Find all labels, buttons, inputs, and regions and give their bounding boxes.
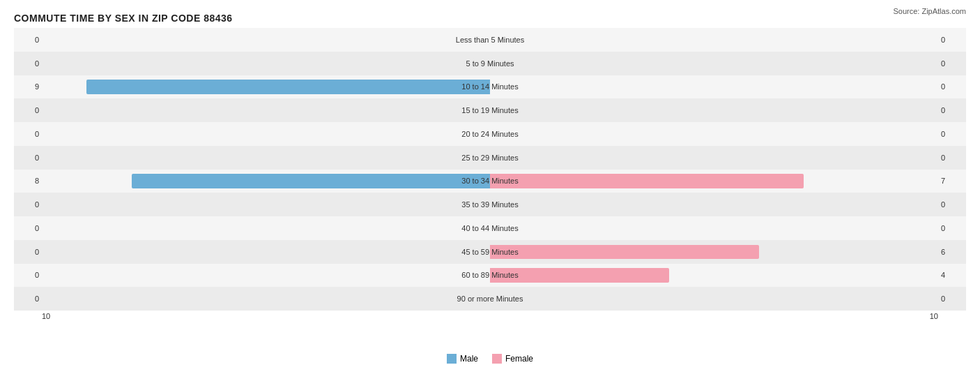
female-bar-wrapper: [490, 292, 938, 306]
chart-row: 0 60 to 89 Minutes 4: [14, 264, 966, 288]
bar-area: 10 to 14 Minutes: [42, 75, 938, 99]
male-bar-wrapper: [42, 245, 490, 259]
female-value: 0: [938, 106, 966, 114]
female-bar-wrapper: [490, 268, 938, 282]
bar-inner: 35 to 39 Minutes: [42, 193, 938, 216]
chart-row: 9 10 to 14 Minutes 0: [14, 75, 966, 99]
female-value: 0: [938, 130, 966, 138]
bar-inner: 5 to 9 Minutes: [42, 52, 938, 75]
chart-row: 0 20 to 24 Minutes 0: [14, 122, 966, 146]
female-value: 0: [938, 59, 966, 68]
bar-inner: 90 or more Minutes: [42, 287, 938, 311]
male-value: 0: [14, 200, 42, 209]
bar-area: Less than 5 Minutes: [42, 28, 938, 52]
bar-inner: 45 to 59 Minutes: [42, 240, 938, 264]
female-bar-wrapper: [490, 33, 938, 47]
male-bar-wrapper: [42, 103, 490, 117]
female-value: 0: [938, 295, 966, 303]
male-bar-wrapper: [42, 174, 490, 188]
male-value: 0: [14, 36, 42, 44]
chart-title: COMMUTE TIME BY SEX IN ZIP CODE 88436: [14, 13, 966, 24]
axis-right: 10: [930, 312, 938, 320]
female-bar: [490, 268, 669, 282]
chart-container: COMMUTE TIME BY SEX IN ZIP CODE 88436 So…: [0, 0, 980, 365]
female-value: 0: [938, 154, 966, 162]
male-value: 9: [14, 82, 42, 91]
chart-row: 0 25 to 29 Minutes 0: [14, 146, 966, 170]
legend: Male Female: [447, 354, 533, 364]
female-bar: [490, 245, 759, 259]
male-value: 0: [14, 271, 42, 279]
axis-labels: 10 10: [14, 312, 966, 320]
chart-row: 0 5 to 9 Minutes 0: [14, 52, 966, 75]
male-value: 0: [14, 295, 42, 303]
female-value: 0: [938, 36, 966, 44]
bar-inner: 15 to 19 Minutes: [42, 98, 938, 122]
male-value: 0: [14, 224, 42, 232]
bar-inner: 10 to 14 Minutes: [42, 75, 938, 99]
bar-area: 25 to 29 Minutes: [42, 146, 938, 170]
male-value: 0: [14, 130, 42, 138]
female-value: 7: [938, 177, 966, 185]
male-bar: [132, 174, 490, 188]
female-bar-wrapper: [490, 174, 938, 188]
chart-row: 0 35 to 39 Minutes 0: [14, 193, 966, 216]
bar-area: 5 to 9 Minutes: [42, 52, 938, 75]
male-value: 0: [14, 248, 42, 256]
bar-inner: 30 to 34 Minutes: [42, 170, 938, 193]
legend-female: Female: [492, 354, 533, 364]
male-color-box: [447, 354, 457, 364]
male-value: 0: [14, 59, 42, 68]
chart-row: 0 90 or more Minutes 0: [14, 287, 966, 311]
bar-area: 15 to 19 Minutes: [42, 98, 938, 122]
male-bar-wrapper: [42, 268, 490, 282]
female-value: 0: [938, 200, 966, 209]
chart-row: 0 40 to 44 Minutes 0: [14, 216, 966, 240]
female-bar-wrapper: [490, 127, 938, 141]
chart-area: 0 Less than 5 Minutes 0 0 5 to 9 Minutes: [14, 28, 966, 311]
male-value: 0: [14, 106, 42, 114]
female-bar-wrapper: [490, 151, 938, 165]
female-value: 0: [938, 224, 966, 232]
bar-area: 45 to 59 Minutes: [42, 240, 938, 264]
bar-area: 90 or more Minutes: [42, 287, 938, 311]
chart-row: 0 Less than 5 Minutes 0: [14, 28, 966, 52]
bar-inner: Less than 5 Minutes: [42, 28, 938, 52]
chart-row: 0 15 to 19 Minutes 0: [14, 98, 966, 122]
female-bar-wrapper: [490, 103, 938, 117]
bar-area: 60 to 89 Minutes: [42, 264, 938, 288]
male-bar-wrapper: [42, 80, 490, 94]
bar-inner: 40 to 44 Minutes: [42, 216, 938, 240]
female-bar-wrapper: [490, 245, 938, 259]
male-bar-wrapper: [42, 151, 490, 165]
bar-inner: 20 to 24 Minutes: [42, 122, 938, 146]
male-bar-wrapper: [42, 292, 490, 306]
axis-left: 10: [42, 312, 50, 320]
male-bar-wrapper: [42, 198, 490, 211]
male-bar-wrapper: [42, 221, 490, 235]
female-bar: [490, 174, 804, 188]
bar-area: 30 to 34 Minutes: [42, 170, 938, 193]
bar-inner: 60 to 89 Minutes: [42, 264, 938, 288]
female-color-box: [492, 354, 502, 364]
chart-row: 0 45 to 59 Minutes 6: [14, 240, 966, 264]
male-bar-wrapper: [42, 33, 490, 47]
male-label: Male: [460, 354, 478, 364]
male-value: 8: [14, 177, 42, 185]
female-value: 6: [938, 248, 966, 256]
female-bar-wrapper: [490, 57, 938, 70]
male-bar-wrapper: [42, 127, 490, 141]
male-value: 0: [14, 154, 42, 162]
female-bar-wrapper: [490, 198, 938, 211]
female-label: Female: [505, 354, 533, 364]
bar-inner: 25 to 29 Minutes: [42, 146, 938, 170]
bar-area: 20 to 24 Minutes: [42, 122, 938, 146]
bar-area: 40 to 44 Minutes: [42, 216, 938, 240]
female-value: 4: [938, 271, 966, 279]
male-bar: [86, 80, 490, 94]
male-bar-wrapper: [42, 57, 490, 70]
chart-row: 8 30 to 34 Minutes 7: [14, 170, 966, 193]
female-bar-wrapper: [490, 221, 938, 235]
bar-area: 35 to 39 Minutes: [42, 193, 938, 216]
source-label: Source: ZipAtlas.com: [893, 7, 966, 15]
